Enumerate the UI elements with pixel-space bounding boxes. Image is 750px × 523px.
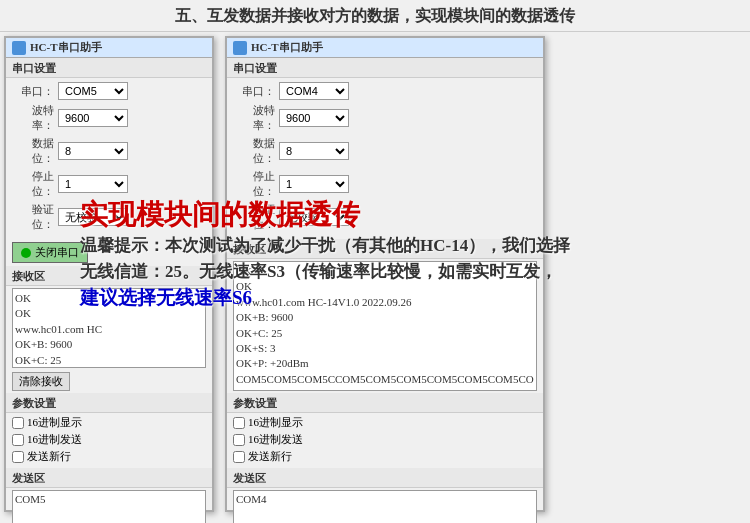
left-recv-content: OKOKwww.hc01.com HCOK+B: 9600OK+C: 25OK+… xyxy=(15,292,195,368)
left-baud-row: 波特率： 9600 xyxy=(12,103,206,133)
left-title-icon xyxy=(12,41,26,55)
left-port-row: 串口： COM5 xyxy=(12,82,206,100)
right-hex-send-row: 16进制发送 xyxy=(233,432,537,447)
right-check-label: 验证位： xyxy=(233,202,275,232)
right-send-area-section: COM4 xyxy=(233,490,537,523)
left-data-label: 数据位： xyxy=(12,136,54,166)
left-close-port-label: 关闭串口 xyxy=(35,245,79,260)
right-port-label: 串口： xyxy=(233,84,275,99)
right-port-select[interactable]: COM4 xyxy=(279,82,349,100)
left-data-select[interactable]: 8 xyxy=(58,142,128,160)
left-hex-send-check[interactable] xyxy=(12,434,24,446)
right-port-row: 串口： COM4 xyxy=(233,82,537,100)
right-recv-section-label: 接收区 xyxy=(227,239,543,259)
right-stop-label: 停止位： xyxy=(233,169,275,199)
right-hex-display-label: 16进制显示 xyxy=(248,415,303,430)
left-port-settings: 串口： COM5 波特率： 9600 数据位： 8 停止位： xyxy=(6,78,212,239)
left-close-port-btn[interactable]: 关闭串口 xyxy=(12,242,88,263)
left-clear-btn[interactable]: 清除接收 xyxy=(12,372,70,391)
left-hex-send-row: 16进制发送 xyxy=(12,432,206,447)
left-newline-check[interactable] xyxy=(12,451,24,463)
right-recv-content: OKOKwww.hc01.com HC-14V1.0 2022.09.26OK+… xyxy=(236,265,534,391)
left-send-box[interactable]: COM5 xyxy=(12,490,206,523)
left-hex-display-check[interactable] xyxy=(12,417,24,429)
left-newline-row: 发送新行 xyxy=(12,449,206,464)
left-port-label: 串口： xyxy=(12,84,54,99)
right-newline-row: 发送新行 xyxy=(233,449,537,464)
right-hex-send-label: 16进制发送 xyxy=(248,432,303,447)
right-baud-label: 波特率： xyxy=(233,103,275,133)
right-data-select[interactable]: 8 xyxy=(279,142,349,160)
left-check-row: 验证位： 无校验 xyxy=(12,202,206,232)
left-titlebar: HC-T串口助手 xyxy=(6,38,212,58)
right-hex-display-row: 16进制显示 xyxy=(233,415,537,430)
right-hex-send-check[interactable] xyxy=(233,434,245,446)
right-data-row: 数据位： 8 xyxy=(233,136,537,166)
right-check-select[interactable]: 无校验 xyxy=(279,208,349,226)
right-send-content: COM4 xyxy=(236,493,267,505)
left-hex-send-label: 16进制发送 xyxy=(27,432,82,447)
right-params-section-label: 参数设置 xyxy=(227,393,543,413)
right-port-section-label: 串口设置 xyxy=(227,58,543,78)
right-titlebar: HC-T串口助手 xyxy=(227,38,543,58)
left-params-section-label: 参数设置 xyxy=(6,393,212,413)
left-recv-box: OKOKwww.hc01.com HCOK+B: 9600OK+C: 25OK+… xyxy=(12,288,206,368)
left-hex-display-row: 16进制显示 xyxy=(12,415,206,430)
right-baud-select[interactable]: 9600 xyxy=(279,109,349,127)
right-stop-select[interactable]: 1 xyxy=(279,175,349,193)
right-stop-row: 停止位： 1 xyxy=(233,169,537,199)
right-data-label: 数据位： xyxy=(233,136,275,166)
right-title-text: HC-T串口助手 xyxy=(251,40,323,55)
right-newline-check[interactable] xyxy=(233,451,245,463)
left-check-select[interactable]: 无校验 xyxy=(58,208,128,226)
right-newline-label: 发送新行 xyxy=(248,449,292,464)
left-stop-select[interactable]: 1 xyxy=(58,175,128,193)
left-data-row: 数据位： 8 xyxy=(12,136,206,166)
left-send-content: COM5 xyxy=(15,493,46,505)
left-params: 16进制显示 16进制发送 发送新行 xyxy=(6,413,212,468)
left-newline-label: 发送新行 xyxy=(27,449,71,464)
left-hex-display-label: 16进制显示 xyxy=(27,415,82,430)
left-baud-select[interactable]: 9600 xyxy=(58,109,128,127)
left-port-section-label: 串口设置 xyxy=(6,58,212,78)
left-baud-label: 波特率： xyxy=(12,103,54,133)
left-recv-section-label: 接收区 xyxy=(6,266,212,286)
top-banner: 五、互发数据并接收对方的数据，实现模块间的数据透传 xyxy=(0,0,750,32)
left-send-section-label: 发送区 xyxy=(6,468,212,488)
left-check-label: 验证位： xyxy=(12,202,54,232)
right-recv-box: OKOKwww.hc01.com HC-14V1.0 2022.09.26OK+… xyxy=(233,261,537,391)
right-window: HC-T串口助手 串口设置 串口： COM4 波特率： 9600 数据位： 8 xyxy=(225,36,545,512)
banner-text: 五、互发数据并接收对方的数据，实现模块间的数据透传 xyxy=(175,7,575,24)
right-check-row: 验证位： 无校验 xyxy=(233,202,537,232)
right-params: 16进制显示 16进制发送 发送新行 xyxy=(227,413,543,468)
left-title-text: HC-T串口助手 xyxy=(30,40,102,55)
right-send-section-label: 发送区 xyxy=(227,468,543,488)
left-stop-label: 停止位： xyxy=(12,169,54,199)
right-send-box[interactable]: COM4 xyxy=(233,490,537,523)
left-send-area-section: COM5 xyxy=(12,490,206,523)
main-area: HC-T串口助手 串口设置 串口： COM5 波特率： 9600 数据位： 8 xyxy=(0,32,750,522)
right-title-icon xyxy=(233,41,247,55)
right-baud-row: 波特率： 9600 xyxy=(233,103,537,133)
right-port-settings: 串口： COM4 波特率： 9600 数据位： 8 停止位： xyxy=(227,78,543,239)
left-port-status-dot xyxy=(21,248,31,258)
left-port-select[interactable]: COM5 xyxy=(58,82,128,100)
right-hex-display-check[interactable] xyxy=(233,417,245,429)
left-window: HC-T串口助手 串口设置 串口： COM5 波特率： 9600 数据位： 8 xyxy=(4,36,214,512)
left-stop-row: 停止位： 1 xyxy=(12,169,206,199)
